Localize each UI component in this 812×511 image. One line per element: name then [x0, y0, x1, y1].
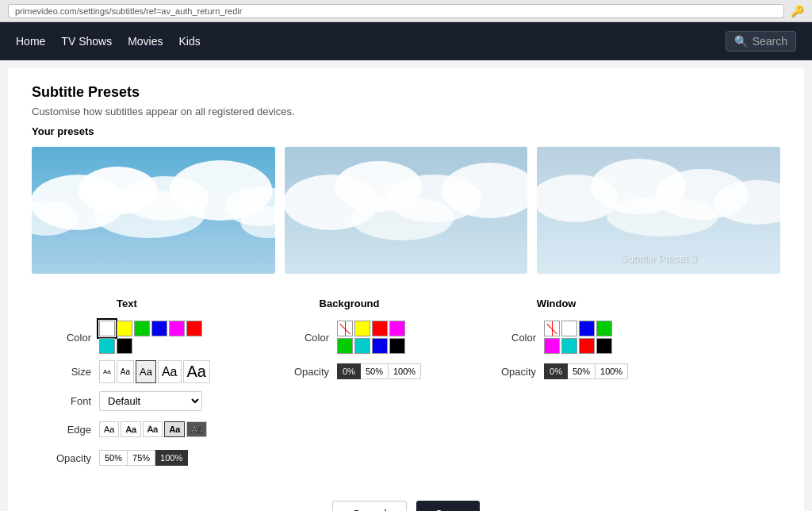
search-box[interactable]: 🔍 Search [726, 31, 796, 52]
cancel-button[interactable]: Cancel [332, 501, 407, 511]
text-color-row: Color [40, 321, 214, 354]
text-color-white[interactable] [99, 321, 115, 336]
bg-color-none[interactable] [337, 321, 353, 336]
win-color-cyan[interactable] [561, 338, 577, 354]
bg-color-green[interactable] [337, 338, 353, 354]
window-controls: Window Color Opacity 0% 50 [485, 298, 628, 382]
controls-section: Text Color Size Aa Aa [32, 298, 780, 469]
text-color-green[interactable] [134, 321, 150, 336]
bg-color-yellow[interactable] [354, 321, 370, 336]
win-color-swatches [544, 321, 612, 354]
lock-icon: 🔑 [791, 5, 804, 17]
edge-depressed[interactable]: Aa [143, 421, 163, 437]
bg-color-row: Color [278, 321, 421, 354]
edge-outline[interactable]: Aa [186, 421, 206, 437]
win-opacity-row: Opacity 0% 50% 100% [485, 360, 628, 382]
bg-opacity-buttons: 0% 50% 100% [337, 363, 421, 379]
preset-card-2[interactable]: Subtitle Preset 2 [285, 147, 528, 274]
svg-point-14 [350, 196, 454, 240]
bg-opacity-label: Opacity [278, 366, 329, 378]
text-color-label: Color [40, 332, 91, 344]
preset-card-3[interactable]: Subtitle Preset 3 [537, 147, 780, 274]
bg-color-magenta[interactable] [389, 321, 405, 336]
main-content: Subtitle Presets Customise how subtitles… [8, 68, 804, 511]
text-font-select[interactable]: Default Arial Times New Roman Courier [99, 391, 202, 411]
text-opacity-row: Opacity 50% 75% 100% [40, 447, 214, 469]
svg-point-20 [607, 197, 718, 236]
edge-none[interactable]: Aa [99, 421, 119, 437]
text-color-black[interactable] [117, 338, 132, 354]
size-md[interactable]: Aa [136, 360, 156, 383]
text-font-label: Font [40, 395, 91, 407]
size-xl[interactable]: Aa [183, 360, 210, 383]
win-opacity-100[interactable]: 100% [596, 363, 628, 379]
page-subtitle: Customise how subtitles appear on all re… [32, 106, 780, 117]
presets-row: Subtitle Preset 1 [32, 147, 780, 274]
win-color-label: Color [485, 332, 536, 344]
win-opacity-label: Opacity [485, 366, 536, 378]
preset-3-label: Subtitle Preset 3 [616, 251, 701, 266]
size-sm[interactable]: Aa [117, 360, 134, 383]
url-bar[interactable]: primevideo.com/settings/subtitles/ref=av… [8, 4, 784, 18]
text-edge-label: Edge [40, 424, 91, 436]
edge-shadow[interactable]: Aa [164, 421, 185, 437]
background-controls-title: Background [278, 298, 421, 309]
edge-raised[interactable]: Aa [121, 421, 140, 437]
text-opacity-buttons: 50% 75% 100% [99, 450, 188, 466]
size-lg[interactable]: Aa [158, 360, 182, 383]
bg-opacity-50[interactable]: 50% [361, 363, 389, 379]
text-edge-row: Edge Aa Aa Aa Aa Aa [40, 418, 214, 440]
win-color-blue[interactable] [579, 321, 595, 336]
text-opacity-label: Opacity [40, 452, 91, 464]
text-controls: Text Color Size Aa Aa [40, 298, 214, 469]
browser-bar: primevideo.com/settings/subtitles/ref=av… [0, 0, 812, 22]
background-controls: Background Color Opacity 0% [278, 298, 421, 382]
bottom-buttons: Cancel Save [32, 501, 780, 511]
save-button[interactable]: Save [416, 501, 480, 511]
text-color-red[interactable] [186, 321, 202, 336]
preset-3-bg: Subtitle Preset 3 [537, 147, 780, 274]
text-color-magenta[interactable] [169, 321, 185, 336]
nav-links: Home TV Shows Movies Kids [16, 35, 726, 48]
size-xs[interactable]: Aa [99, 360, 115, 383]
page-title: Subtitle Presets [32, 84, 780, 101]
win-color-red[interactable] [579, 338, 595, 354]
bg-color-label: Color [278, 332, 329, 344]
bg-opacity-0[interactable]: 0% [337, 363, 361, 379]
text-font-row: Font Default Arial Times New Roman Couri… [40, 390, 214, 412]
search-icon: 🔍 [734, 35, 748, 48]
text-color-yellow[interactable] [117, 321, 132, 336]
search-label: Search [753, 35, 787, 48]
text-opacity-100[interactable]: 100% [155, 450, 188, 466]
nav-bar: Home TV Shows Movies Kids 🔍 Search [0, 22, 812, 60]
text-size-row: Size Aa Aa Aa Aa Aa [40, 360, 214, 383]
win-color-white[interactable] [561, 321, 577, 336]
window-controls-title: Window [485, 298, 628, 309]
win-color-black[interactable] [596, 338, 612, 354]
bg-opacity-row: Opacity 0% 50% 100% [278, 360, 421, 382]
text-color-swatches [99, 321, 202, 354]
text-opacity-50[interactable]: 50% [99, 450, 128, 466]
win-opacity-buttons: 0% 50% 100% [544, 363, 628, 379]
preset-card-1[interactable]: Subtitle Preset 1 [32, 147, 275, 274]
win-color-none[interactable] [544, 321, 560, 336]
text-controls-title: Text [40, 298, 214, 309]
win-opacity-50[interactable]: 50% [568, 363, 596, 379]
win-color-green[interactable] [596, 321, 612, 336]
bg-opacity-100[interactable]: 100% [389, 363, 421, 379]
nav-home[interactable]: Home [16, 35, 45, 48]
svg-point-7 [94, 190, 205, 238]
bg-color-cyan[interactable] [354, 338, 370, 354]
bg-color-red[interactable] [372, 321, 388, 336]
bg-color-black[interactable] [389, 338, 405, 354]
text-opacity-75[interactable]: 75% [128, 450, 155, 466]
nav-kids[interactable]: Kids [179, 35, 201, 48]
win-color-magenta[interactable] [544, 338, 560, 354]
text-color-blue[interactable] [151, 321, 167, 336]
nav-movies[interactable]: Movies [128, 35, 163, 48]
bg-color-swatches [337, 321, 405, 354]
bg-color-blue[interactable] [372, 338, 388, 354]
win-opacity-0[interactable]: 0% [544, 363, 568, 379]
text-color-cyan[interactable] [99, 338, 115, 354]
nav-tv-shows[interactable]: TV Shows [61, 35, 112, 48]
